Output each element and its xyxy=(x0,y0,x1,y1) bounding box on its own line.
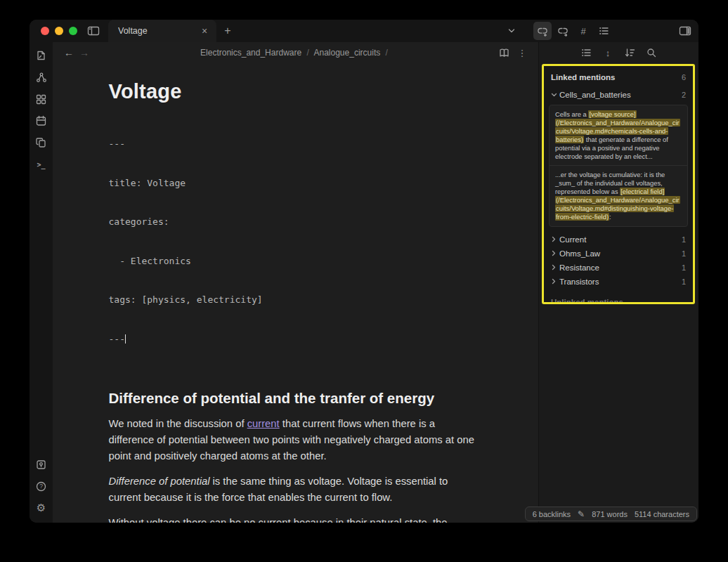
group-count: 2 xyxy=(682,91,686,99)
close-tab-icon[interactable]: × xyxy=(198,25,211,37)
breadcrumb-subfolder[interactable]: Analogue_circuits xyxy=(314,48,381,58)
titlebar-actions: # xyxy=(502,22,698,40)
group-label: Cells_and_batteries xyxy=(559,91,682,99)
tab-list-chevron-icon[interactable] xyxy=(502,22,521,40)
frontmatter-line: title: Voltage xyxy=(109,177,483,190)
tab-voltage[interactable]: Voltage × xyxy=(108,20,216,42)
search-icon[interactable] xyxy=(644,46,658,60)
zoom-window-button[interactable] xyxy=(69,27,77,35)
italic-text: Difference of potential xyxy=(109,476,210,487)
note-editor[interactable]: Voltage --- title: Voltage categories: -… xyxy=(109,63,483,523)
linked-mentions-header: Linked mentions 6 xyxy=(547,69,689,88)
character-count-status: 5114 characters xyxy=(635,510,689,518)
frontmatter-block: --- title: Voltage categories: - Electro… xyxy=(109,112,483,372)
frontmatter-line: - Electronics xyxy=(109,255,483,268)
outgoing-links-icon[interactable] xyxy=(554,22,572,40)
left-ribbon: >_ ? ⚙ xyxy=(30,42,53,523)
vault-switcher-icon[interactable] xyxy=(34,457,49,472)
sort-order-icon[interactable] xyxy=(623,46,637,60)
back-icon[interactable]: ← xyxy=(61,45,77,60)
app-window: Voltage × + xyxy=(30,20,698,523)
section-heading: Difference of potential and the tranfer … xyxy=(109,390,483,407)
left-sidebar-toggle-icon[interactable] xyxy=(84,22,103,40)
backlink-snippet[interactable]: ...er the voltage is cumulative: it is t… xyxy=(550,165,687,226)
breadcrumb-folder[interactable]: Electronics_and_Hardware xyxy=(200,48,301,58)
right-sidebar-toggle-icon[interactable] xyxy=(676,22,694,40)
terminal-glyph: >_ xyxy=(37,161,45,169)
tags-icon[interactable]: # xyxy=(574,22,592,40)
frontmatter-line: --- xyxy=(109,333,483,346)
chevron-right-icon xyxy=(551,250,559,256)
frontmatter-end: --- xyxy=(109,334,125,344)
group-count: 1 xyxy=(682,235,686,244)
right-sidebar: ↕ xyxy=(538,42,698,523)
linked-mentions-panel: Linked mentions 6 Cells_and_batteries 2 … xyxy=(542,64,695,304)
backlink-snippet[interactable]: Cells are a [voltage source](/Electronic… xyxy=(550,105,687,165)
backlink-group-cells-and-batteries[interactable]: Cells_and_batteries 2 xyxy=(547,88,689,102)
more-options-icon[interactable]: ⋮ xyxy=(514,45,530,60)
backlink-results: Cells are a [voltage source](/Electronic… xyxy=(549,105,688,227)
group-label: Resistance xyxy=(559,263,682,272)
pane-header-actions: ⋮ xyxy=(496,45,530,60)
backlink-group-ohms-law[interactable]: Ohms_Law 1 xyxy=(547,247,689,261)
editor-pane-header: ← → Electronics_and_Hardware / Analogue_… xyxy=(53,42,538,63)
titlebar: Voltage × + xyxy=(30,20,698,42)
group-count: 1 xyxy=(682,277,686,286)
group-label: Transistors xyxy=(559,277,682,286)
internal-link-current[interactable]: current xyxy=(247,418,280,429)
group-count: 1 xyxy=(682,249,686,258)
breadcrumb: Electronics_and_Hardware / Analogue_circ… xyxy=(53,48,538,58)
linked-mentions-count: 6 xyxy=(682,73,686,81)
breadcrumb-separator: / xyxy=(304,48,311,58)
editor-scroll-area: Voltage --- title: Voltage categories: -… xyxy=(53,63,538,523)
edit-mode-icon: ✎ xyxy=(578,509,585,519)
group-label: Current xyxy=(559,235,682,244)
backlink-group-transistors[interactable]: Transistors 1 xyxy=(547,275,689,289)
close-window-button[interactable] xyxy=(41,27,49,35)
hash-glyph: # xyxy=(580,26,585,37)
note-title: Voltage xyxy=(109,80,483,103)
reading-mode-icon[interactable] xyxy=(496,45,512,60)
breadcrumb-separator: / xyxy=(383,48,391,58)
status-bar: 6 backlinks ✎ 871 words 5114 characters xyxy=(525,507,697,521)
paragraph: We noted in the discussion of current th… xyxy=(109,416,483,464)
new-note-icon[interactable] xyxy=(34,48,49,63)
gear-glyph: ⚙ xyxy=(37,502,46,514)
frontmatter-line: --- xyxy=(109,138,483,151)
templates-icon[interactable] xyxy=(34,135,49,150)
chevron-right-icon xyxy=(551,278,559,285)
outline-icon[interactable] xyxy=(594,22,613,40)
paragraph: Difference of potential is the same thin… xyxy=(109,473,483,506)
help-icon[interactable]: ? xyxy=(34,478,49,494)
settings-icon[interactable]: ⚙ xyxy=(34,500,49,516)
text-cursor xyxy=(125,334,126,344)
show-more-context-icon[interactable]: ↕ xyxy=(601,46,615,60)
tab-title: Voltage xyxy=(118,26,198,36)
daily-note-icon[interactable] xyxy=(34,113,49,129)
chevron-right-icon xyxy=(551,236,559,242)
window-controls xyxy=(30,27,84,35)
paragraph-text: We noted in the discussion of xyxy=(109,418,247,429)
word-count-status: 871 words xyxy=(592,510,628,518)
linked-mentions-label: Linked mentions xyxy=(551,73,615,81)
backlink-group-resistance[interactable]: Resistance 1 xyxy=(547,261,689,275)
forward-icon[interactable]: → xyxy=(77,45,92,60)
editor-pane: ← → Electronics_and_Hardware / Analogue_… xyxy=(53,42,538,523)
new-tab-icon[interactable]: + xyxy=(219,22,236,39)
chevron-down-icon xyxy=(551,92,559,98)
bullet-list-icon[interactable] xyxy=(579,46,593,60)
canvas-icon[interactable] xyxy=(34,91,49,107)
backlinks-icon[interactable] xyxy=(533,22,552,40)
backlink-group-current[interactable]: Current 1 xyxy=(547,233,689,247)
minimize-window-button[interactable] xyxy=(55,27,63,35)
paragraph: Without voltage there can be no current … xyxy=(109,515,483,523)
terminal-icon[interactable]: >_ xyxy=(34,157,49,172)
frontmatter-line: categories: xyxy=(109,216,483,229)
backlink-count-status: 6 backlinks xyxy=(533,510,571,518)
group-count: 1 xyxy=(682,263,686,272)
snippet-text: Cells are a xyxy=(555,110,588,118)
graph-view-icon[interactable] xyxy=(34,70,49,85)
svg-text:?: ? xyxy=(39,483,43,490)
frontmatter-line: tags: [physics, electricity] xyxy=(109,294,483,307)
unlinked-mentions-header[interactable]: Unlinked mentions xyxy=(547,289,689,304)
